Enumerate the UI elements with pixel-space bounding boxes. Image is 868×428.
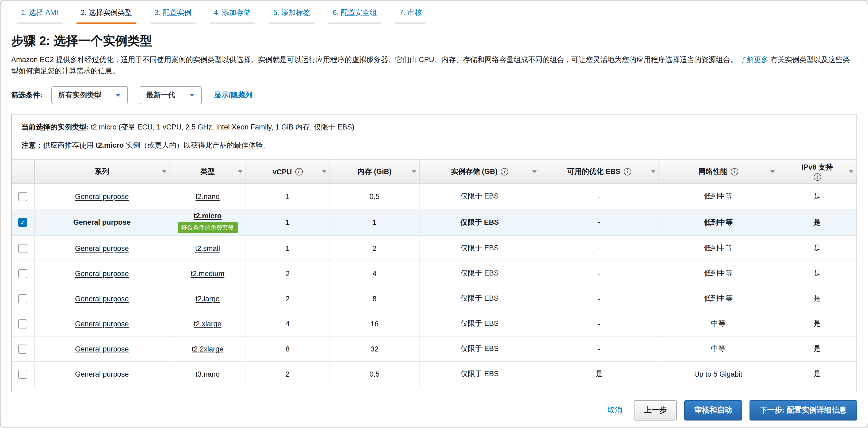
cell-memory: 0.5 xyxy=(330,361,420,387)
column-label: 可用的优化 EBS xyxy=(567,167,620,177)
show-hide-columns-link[interactable]: 显示/隐藏列 xyxy=(214,90,252,100)
family-link[interactable]: General purpose xyxy=(75,269,129,277)
type-link[interactable]: t2.small xyxy=(195,244,220,252)
column-header-storage[interactable]: 实例存储 (GB)i xyxy=(420,160,540,184)
select-column-header xyxy=(12,160,34,184)
type-link[interactable]: t2.2xlarge xyxy=(192,345,224,353)
instance-row-t2.micro[interactable]: ✓General purposet2.micro符合条件的免费套餐11仅限于 E… xyxy=(12,209,856,236)
cell-ebs: - xyxy=(540,261,658,286)
note-instance-type: t2.micro xyxy=(96,141,124,149)
cell-vcpu: 2 xyxy=(246,286,330,311)
family-link[interactable]: General purpose xyxy=(75,244,129,252)
table-header-row: 系列类型vCPUi内存 (GiB)实例存储 (GB)i可用的优化 EBSi网络性… xyxy=(12,160,856,184)
cell-ipv6: 是 xyxy=(778,261,856,286)
cell-ebs: - xyxy=(540,311,658,336)
current-selection-line: 当前选择的实例类型: t2.micro (变量 ECU, 1 vCPU, 2.5… xyxy=(22,122,846,132)
family-link[interactable]: General purpose xyxy=(73,218,131,226)
cell-vcpu: 1 xyxy=(246,184,330,209)
column-header-ipv6[interactable]: IPv6 支持i xyxy=(778,160,856,184)
column-header-family[interactable]: 系列 xyxy=(34,160,169,184)
cell-storage: 仅限于 EBS xyxy=(420,286,540,311)
column-header-ebs[interactable]: 可用的优化 EBSi xyxy=(540,160,658,184)
cancel-link[interactable]: 取消 xyxy=(607,405,622,415)
sort-caret-icon xyxy=(849,171,853,173)
vendor-note-line: 注意：供应商推荐使用 t2.micro 实例（或更大的）以获得此产品的最佳体验。 xyxy=(22,140,846,150)
row-checkbox[interactable] xyxy=(19,319,28,328)
cell-memory: 1 xyxy=(330,209,420,236)
wizard-step-tab-1[interactable]: 1. 选择 AMI xyxy=(17,8,63,24)
info-icon[interactable]: i xyxy=(295,168,303,176)
learn-more-link[interactable]: 了解更多 xyxy=(740,56,769,64)
previous-button[interactable]: 上一步 xyxy=(634,400,677,421)
wizard-footer: 取消 上一步 审核和启动 下一步: 配置实例详细信息 xyxy=(607,400,857,421)
cell-storage: 仅限于 EBS xyxy=(420,236,540,261)
row-checkbox[interactable] xyxy=(19,344,28,354)
instance-row-t2.large[interactable]: General purposet2.large28仅限于 EBS-低到中等是 xyxy=(12,286,856,311)
column-label: 网络性能 xyxy=(699,167,727,177)
info-icon[interactable]: i xyxy=(731,168,738,176)
instance-type-table: 系列类型vCPUi内存 (GiB)实例存储 (GB)i可用的优化 EBSi网络性… xyxy=(12,159,856,387)
next-button[interactable]: 下一步: 配置实例详细信息 xyxy=(749,400,857,421)
column-header-network[interactable]: 网络性能i xyxy=(658,160,778,184)
wizard-step-tab-6[interactable]: 6. 配置安全组 xyxy=(329,8,381,24)
generation-filter-dropdown[interactable]: 最新一代 xyxy=(140,86,202,104)
note-text: 供应商推荐使用 xyxy=(43,141,96,149)
family-link[interactable]: General purpose xyxy=(75,370,129,378)
family-link[interactable]: General purpose xyxy=(75,320,129,328)
column-header-memory[interactable]: 内存 (GiB) xyxy=(330,160,420,184)
instance-type-filter-dropdown[interactable]: 所有实例类型 xyxy=(51,86,128,104)
instance-row-t2.2xlarge[interactable]: General purposet2.2xlarge832仅限于 EBS-中等是 xyxy=(12,336,856,361)
instance-row-t3.nano[interactable]: General purposet3.nano20.5仅限于 EBS是Up to … xyxy=(12,361,856,387)
row-checkbox[interactable] xyxy=(19,244,28,253)
family-link[interactable]: General purpose xyxy=(75,345,129,353)
wizard-step-tab-5[interactable]: 5. 添加标签 xyxy=(269,8,315,24)
info-icon[interactable]: i xyxy=(813,173,821,181)
family-link[interactable]: General purpose xyxy=(75,192,129,201)
info-icon[interactable]: i xyxy=(623,168,631,176)
cell-network: 低到中等 xyxy=(658,209,778,236)
column-label: 实例存储 (GB) xyxy=(451,167,498,177)
type-link[interactable]: t2.nano xyxy=(195,192,220,201)
cell-ebs: - xyxy=(540,209,658,236)
instance-row-t2.small[interactable]: General purposet2.small12仅限于 EBS-低到中等是 xyxy=(12,236,856,261)
row-checkbox[interactable] xyxy=(19,370,28,379)
chevron-down-icon xyxy=(115,94,121,97)
row-checkbox-checked[interactable]: ✓ xyxy=(19,218,28,227)
row-checkbox[interactable] xyxy=(19,269,28,278)
cell-vcpu: 8 xyxy=(246,336,330,361)
instance-row-t2.nano[interactable]: General purposet2.nano10.5仅限于 EBS-低到中等是 xyxy=(12,184,856,209)
wizard-step-tab-3[interactable]: 3. 配置实例 xyxy=(150,8,196,24)
type-link[interactable]: t2.xlarge xyxy=(194,320,221,328)
instance-row-t2.medium[interactable]: General purposet2.medium24仅限于 EBS-低到中等是 xyxy=(12,261,856,286)
cell-vcpu: 2 xyxy=(246,361,330,387)
cell-ebs: - xyxy=(540,336,658,361)
instance-row-t2.xlarge[interactable]: General purposet2.xlarge416仅限于 EBS-中等是 xyxy=(12,311,856,336)
wizard-step-tab-4[interactable]: 4. 添加存储 xyxy=(210,8,255,24)
column-header-vcpu[interactable]: vCPUi xyxy=(246,160,330,184)
column-label: 系列 xyxy=(95,167,109,177)
cell-storage: 仅限于 EBS xyxy=(420,184,540,209)
row-checkbox[interactable] xyxy=(19,294,28,303)
type-link[interactable]: t2.micro xyxy=(193,212,221,220)
info-icon[interactable]: i xyxy=(501,168,508,176)
wizard-step-tab-7[interactable]: 7. 审核 xyxy=(395,8,426,24)
page-description: Amazon EC2 提供多种经过优化，适用于不同使用案例的实例类型以供选择。实… xyxy=(11,54,856,77)
cell-network: 中等 xyxy=(658,311,778,336)
chevron-down-icon xyxy=(189,94,194,97)
current-selection-info: 当前选择的实例类型: t2.micro (变量 ECU, 1 vCPU, 2.5… xyxy=(12,115,856,159)
family-link[interactable]: General purpose xyxy=(75,295,129,303)
cell-storage: 仅限于 EBS xyxy=(420,336,540,361)
review-launch-button[interactable]: 审核和启动 xyxy=(684,400,742,421)
column-header-type[interactable]: 类型 xyxy=(169,160,246,184)
page-title: 步骤 2: 选择一个实例类型 xyxy=(11,33,857,49)
wizard-step-tab-2[interactable]: 2. 选择实例类型 xyxy=(76,8,136,24)
cell-memory: 0.5 xyxy=(330,184,420,209)
filter-toolbar: 筛选条件: 所有实例类型 最新一代 显示/隐藏列 xyxy=(11,86,857,104)
type-link[interactable]: t3.nano xyxy=(195,370,220,378)
type-link[interactable]: t2.medium xyxy=(191,269,224,277)
type-link[interactable]: t2.large xyxy=(195,295,220,303)
cell-network: 低到中等 xyxy=(658,286,778,311)
row-checkbox[interactable] xyxy=(19,192,28,201)
cell-ebs: - xyxy=(540,286,658,311)
cell-ipv6: 是 xyxy=(778,184,856,209)
